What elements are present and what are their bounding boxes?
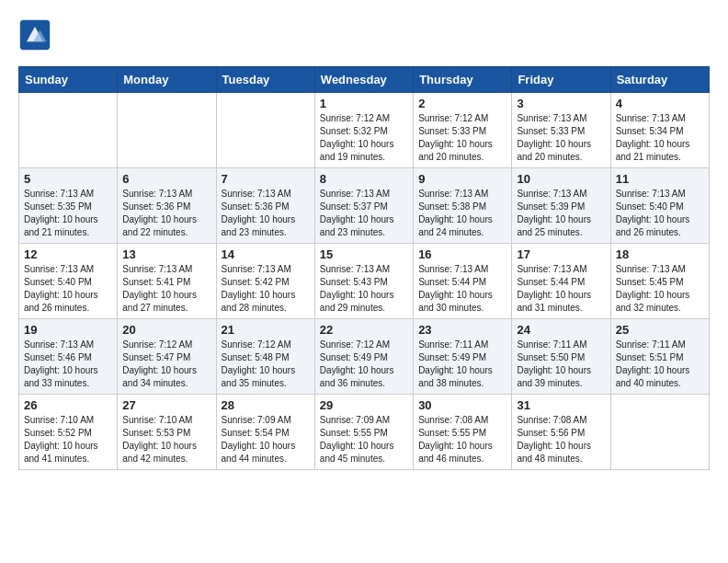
calendar-cell: 7Sunrise: 7:13 AM Sunset: 5:36 PM Daylig… xyxy=(216,168,314,244)
day-info: Sunrise: 7:12 AM Sunset: 5:33 PM Dayligh… xyxy=(418,112,506,164)
calendar-cell xyxy=(610,395,709,470)
day-info: Sunrise: 7:09 AM Sunset: 5:54 PM Dayligh… xyxy=(222,414,310,465)
week-row: 5Sunrise: 7:13 AM Sunset: 5:35 PM Daylig… xyxy=(19,168,710,244)
weekday-header: Sunday xyxy=(19,67,118,93)
day-number: 14 xyxy=(222,247,310,261)
calendar-cell: 19Sunrise: 7:13 AM Sunset: 5:46 PM Dayli… xyxy=(19,319,118,395)
calendar-cell: 4Sunrise: 7:13 AM Sunset: 5:34 PM Daylig… xyxy=(610,93,709,168)
calendar-cell: 8Sunrise: 7:13 AM Sunset: 5:37 PM Daylig… xyxy=(314,168,413,244)
logo-icon xyxy=(18,18,51,52)
day-number: 21 xyxy=(222,323,310,337)
day-number: 16 xyxy=(418,247,506,261)
calendar-cell: 9Sunrise: 7:13 AM Sunset: 5:38 PM Daylig… xyxy=(414,168,512,244)
calendar-cell: 5Sunrise: 7:13 AM Sunset: 5:35 PM Daylig… xyxy=(19,168,118,244)
day-number: 13 xyxy=(122,247,210,261)
day-info: Sunrise: 7:12 AM Sunset: 5:49 PM Dayligh… xyxy=(320,339,408,390)
day-info: Sunrise: 7:13 AM Sunset: 5:44 PM Dayligh… xyxy=(517,263,605,315)
day-number: 2 xyxy=(418,97,506,110)
day-info: Sunrise: 7:12 AM Sunset: 5:48 PM Dayligh… xyxy=(222,339,310,390)
day-info: Sunrise: 7:11 AM Sunset: 5:49 PM Dayligh… xyxy=(418,339,506,390)
day-number: 10 xyxy=(517,172,605,186)
calendar-cell: 16Sunrise: 7:13 AM Sunset: 5:44 PM Dayli… xyxy=(414,244,512,319)
day-info: Sunrise: 7:13 AM Sunset: 5:37 PM Dayligh… xyxy=(320,188,408,239)
day-info: Sunrise: 7:08 AM Sunset: 5:55 PM Dayligh… xyxy=(418,414,506,465)
calendar-cell: 11Sunrise: 7:13 AM Sunset: 5:40 PM Dayli… xyxy=(610,168,709,244)
weekday-header: Tuesday xyxy=(216,67,314,93)
calendar-cell xyxy=(216,93,314,168)
day-info: Sunrise: 7:11 AM Sunset: 5:50 PM Dayligh… xyxy=(517,339,605,390)
calendar-cell: 3Sunrise: 7:13 AM Sunset: 5:33 PM Daylig… xyxy=(512,93,610,168)
calendar-cell: 26Sunrise: 7:10 AM Sunset: 5:52 PM Dayli… xyxy=(19,395,118,470)
calendar-cell: 29Sunrise: 7:09 AM Sunset: 5:55 PM Dayli… xyxy=(314,395,413,470)
calendar-table: SundayMondayTuesdayWednesdayThursdayFrid… xyxy=(18,66,710,470)
day-info: Sunrise: 7:13 AM Sunset: 5:40 PM Dayligh… xyxy=(24,263,112,315)
page: SundayMondayTuesdayWednesdayThursdayFrid… xyxy=(0,0,728,479)
calendar-cell: 22Sunrise: 7:12 AM Sunset: 5:49 PM Dayli… xyxy=(314,319,413,395)
week-row: 1Sunrise: 7:12 AM Sunset: 5:32 PM Daylig… xyxy=(19,93,710,168)
day-number: 7 xyxy=(222,172,310,186)
day-info: Sunrise: 7:13 AM Sunset: 5:38 PM Dayligh… xyxy=(418,188,506,239)
calendar-cell: 27Sunrise: 7:10 AM Sunset: 5:53 PM Dayli… xyxy=(118,395,216,470)
calendar-cell: 13Sunrise: 7:13 AM Sunset: 5:41 PM Dayli… xyxy=(118,244,216,319)
calendar-cell: 25Sunrise: 7:11 AM Sunset: 5:51 PM Dayli… xyxy=(610,319,709,395)
day-info: Sunrise: 7:13 AM Sunset: 5:40 PM Dayligh… xyxy=(616,188,704,239)
day-info: Sunrise: 7:13 AM Sunset: 5:39 PM Dayligh… xyxy=(517,188,605,239)
calendar-cell: 1Sunrise: 7:12 AM Sunset: 5:32 PM Daylig… xyxy=(314,93,413,168)
calendar-body: 1Sunrise: 7:12 AM Sunset: 5:32 PM Daylig… xyxy=(19,93,710,470)
day-number: 20 xyxy=(122,323,210,337)
calendar-header: SundayMondayTuesdayWednesdayThursdayFrid… xyxy=(19,67,710,93)
day-number: 18 xyxy=(616,247,704,261)
calendar-cell xyxy=(118,93,216,168)
weekday-header: Thursday xyxy=(414,67,512,93)
day-number: 24 xyxy=(517,323,605,337)
week-row: 19Sunrise: 7:13 AM Sunset: 5:46 PM Dayli… xyxy=(19,319,710,395)
calendar-cell: 18Sunrise: 7:13 AM Sunset: 5:45 PM Dayli… xyxy=(610,244,709,319)
calendar-cell: 31Sunrise: 7:08 AM Sunset: 5:56 PM Dayli… xyxy=(512,395,610,470)
weekday-header: Monday xyxy=(118,67,216,93)
weekday-header: Saturday xyxy=(610,67,709,93)
day-info: Sunrise: 7:13 AM Sunset: 5:43 PM Dayligh… xyxy=(320,263,408,315)
day-number: 17 xyxy=(517,247,605,261)
calendar-cell: 23Sunrise: 7:11 AM Sunset: 5:49 PM Dayli… xyxy=(414,319,512,395)
day-number: 28 xyxy=(222,398,310,412)
day-number: 30 xyxy=(418,398,506,412)
day-info: Sunrise: 7:13 AM Sunset: 5:42 PM Dayligh… xyxy=(222,263,310,315)
calendar-cell: 10Sunrise: 7:13 AM Sunset: 5:39 PM Dayli… xyxy=(512,168,610,244)
weekday-header: Wednesday xyxy=(314,67,413,93)
day-number: 27 xyxy=(122,398,210,412)
calendar-cell: 12Sunrise: 7:13 AM Sunset: 5:40 PM Dayli… xyxy=(19,244,118,319)
day-info: Sunrise: 7:13 AM Sunset: 5:34 PM Dayligh… xyxy=(616,112,704,164)
day-number: 25 xyxy=(616,323,704,337)
calendar-cell: 6Sunrise: 7:13 AM Sunset: 5:36 PM Daylig… xyxy=(118,168,216,244)
calendar-cell: 30Sunrise: 7:08 AM Sunset: 5:55 PM Dayli… xyxy=(414,395,512,470)
calendar-cell: 21Sunrise: 7:12 AM Sunset: 5:48 PM Dayli… xyxy=(216,319,314,395)
day-info: Sunrise: 7:13 AM Sunset: 5:36 PM Dayligh… xyxy=(222,188,310,239)
calendar-cell: 15Sunrise: 7:13 AM Sunset: 5:43 PM Dayli… xyxy=(314,244,413,319)
day-info: Sunrise: 7:11 AM Sunset: 5:51 PM Dayligh… xyxy=(616,339,704,390)
day-number: 23 xyxy=(418,323,506,337)
week-row: 26Sunrise: 7:10 AM Sunset: 5:52 PM Dayli… xyxy=(19,395,710,470)
week-row: 12Sunrise: 7:13 AM Sunset: 5:40 PM Dayli… xyxy=(19,244,710,319)
day-info: Sunrise: 7:13 AM Sunset: 5:35 PM Dayligh… xyxy=(24,188,112,239)
calendar-cell xyxy=(19,93,118,168)
day-number: 19 xyxy=(24,323,112,337)
day-info: Sunrise: 7:09 AM Sunset: 5:55 PM Dayligh… xyxy=(320,414,408,465)
day-number: 1 xyxy=(320,97,408,110)
logo xyxy=(18,18,55,52)
calendar-cell: 17Sunrise: 7:13 AM Sunset: 5:44 PM Dayli… xyxy=(512,244,610,319)
day-info: Sunrise: 7:12 AM Sunset: 5:32 PM Dayligh… xyxy=(320,112,408,164)
day-info: Sunrise: 7:13 AM Sunset: 5:46 PM Dayligh… xyxy=(24,339,112,390)
day-number: 11 xyxy=(616,172,704,186)
day-number: 4 xyxy=(616,97,704,110)
day-info: Sunrise: 7:10 AM Sunset: 5:53 PM Dayligh… xyxy=(122,414,210,465)
calendar-cell: 28Sunrise: 7:09 AM Sunset: 5:54 PM Dayli… xyxy=(216,395,314,470)
day-number: 15 xyxy=(320,247,408,261)
calendar-cell: 14Sunrise: 7:13 AM Sunset: 5:42 PM Dayli… xyxy=(216,244,314,319)
day-number: 31 xyxy=(517,398,605,412)
day-number: 6 xyxy=(122,172,210,186)
day-number: 5 xyxy=(24,172,112,186)
day-info: Sunrise: 7:08 AM Sunset: 5:56 PM Dayligh… xyxy=(517,414,605,465)
day-number: 29 xyxy=(320,398,408,412)
day-info: Sunrise: 7:12 AM Sunset: 5:47 PM Dayligh… xyxy=(122,339,210,390)
day-info: Sunrise: 7:13 AM Sunset: 5:41 PM Dayligh… xyxy=(122,263,210,315)
